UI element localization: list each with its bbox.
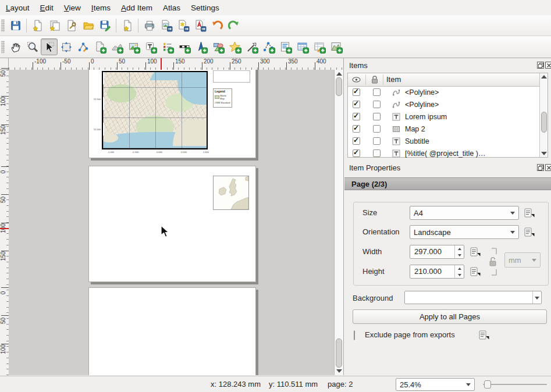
visibility-checkbox[interactable] <box>353 137 360 145</box>
item-row[interactable]: <Polyline> <box>348 98 539 111</box>
chevron-down-icon[interactable] <box>535 297 539 300</box>
item-row[interactable]: <Polyline> <box>348 86 539 98</box>
background-color-button[interactable] <box>404 291 542 304</box>
layout-canvas[interactable]: 51.500 51.000 -1.000 -0.500 0.000 0.500 … <box>9 70 334 375</box>
canvas-vertical-scrollbar[interactable] <box>334 70 343 375</box>
undo-button[interactable] <box>208 17 225 34</box>
zoom-slider-handle[interactable] <box>484 380 491 389</box>
lock-checkbox[interactable] <box>373 113 381 120</box>
toolbar-drag-handle[interactable] <box>1 19 5 32</box>
scroll-up-arrow[interactable] <box>336 72 342 76</box>
zoom-tool-button[interactable] <box>24 38 41 55</box>
canvas-scrollbar-segment[interactable] <box>336 338 342 368</box>
lock-checkbox[interactable] <box>373 101 381 108</box>
visibility-checkbox[interactable] <box>353 125 360 133</box>
add-scalebar-button[interactable] <box>176 38 193 55</box>
visibility-checkbox[interactable] <box>353 113 360 120</box>
lock-checkbox[interactable] <box>373 125 381 133</box>
layout-manager-button[interactable] <box>63 17 80 34</box>
add-attribute-table-button[interactable] <box>294 38 311 55</box>
visibility-checkbox[interactable] <box>353 101 360 108</box>
add-north-arrow-button[interactable] <box>193 38 209 55</box>
zoom-level-combo[interactable]: 25.4% <box>396 378 475 391</box>
item-row[interactable]: [%title( @project_title )… <box>348 147 539 159</box>
export-image-button[interactable] <box>158 17 175 34</box>
add-shape-button[interactable] <box>209 38 226 55</box>
duplicate-layout-button[interactable] <box>46 17 63 34</box>
add-elevation-profile-button[interactable] <box>328 38 344 55</box>
map-item-overview[interactable] <box>213 176 249 210</box>
save-project-button[interactable] <box>7 17 24 34</box>
menu-add-item[interactable]: Add Item <box>120 2 154 13</box>
add-picture-button[interactable] <box>125 38 142 55</box>
add-fixed-table-button[interactable] <box>311 38 328 55</box>
map-item-main[interactable] <box>102 71 208 149</box>
item-row[interactable]: Lorem ipsum <box>348 111 539 123</box>
export-pdf-button[interactable] <box>191 17 208 34</box>
pan-tool-button[interactable] <box>7 38 24 55</box>
menu-layout[interactable]: Layout <box>5 2 31 13</box>
add-arrow-button[interactable] <box>243 38 260 55</box>
items-panel-float-button[interactable] <box>537 62 544 69</box>
zoom-slider[interactable] <box>483 378 547 391</box>
height-data-defined-button[interactable] <box>468 265 483 278</box>
add-pages-button[interactable] <box>119 17 136 34</box>
zoom-slider-track[interactable] <box>483 384 547 385</box>
add-page-button[interactable] <box>91 38 108 55</box>
spin-buttons[interactable] <box>454 245 464 258</box>
item-properties-close-button[interactable] <box>545 164 551 171</box>
add-html-button[interactable] <box>277 38 294 55</box>
add-label-button[interactable] <box>142 38 159 55</box>
apply-to-all-pages-button[interactable]: Apply to all Pages <box>353 309 547 324</box>
width-data-defined-button[interactable] <box>468 245 483 258</box>
load-template-button[interactable] <box>80 17 97 34</box>
lock-checkbox[interactable] <box>373 149 381 157</box>
items-scrollbar-thumb[interactable] <box>541 112 547 133</box>
scroll-down-arrow[interactable] <box>336 369 342 373</box>
item-row[interactable]: Subtitle <box>348 135 539 147</box>
spin-buttons[interactable] <box>454 265 464 278</box>
legend-item[interactable]: Legend World Map OSM Standard <box>213 88 232 108</box>
exclude-data-defined-button[interactable] <box>477 329 492 341</box>
visibility-checkbox[interactable] <box>353 149 360 157</box>
menu-atlas[interactable]: Atlas <box>162 2 182 13</box>
item-row[interactable]: Map 2 <box>348 123 539 135</box>
add-node-item-button[interactable] <box>260 38 277 55</box>
orientation-data-defined-button[interactable] <box>522 226 537 238</box>
items-panel-close-button[interactable] <box>545 62 551 69</box>
menu-settings[interactable]: Settings <box>190 2 221 13</box>
add-marker-button[interactable] <box>226 38 243 55</box>
menu-view[interactable]: View <box>63 2 82 13</box>
toolbar-drag-handle[interactable] <box>1 41 5 54</box>
exclude-page-checkbox[interactable] <box>354 330 355 340</box>
item-properties-float-button[interactable] <box>537 164 544 171</box>
items-list-scrollbar[interactable] <box>539 73 548 157</box>
edit-nodes-button[interactable] <box>74 38 91 55</box>
layout-page-3[interactable] <box>88 287 256 375</box>
print-button[interactable] <box>141 17 158 34</box>
visibility-checkbox[interactable] <box>353 88 360 96</box>
empty-frame-item[interactable] <box>213 70 250 83</box>
scroll-up-arrow[interactable] <box>541 75 547 79</box>
new-layout-button[interactable] <box>29 17 46 34</box>
lock-checkbox[interactable] <box>373 88 381 96</box>
lock-checkbox[interactable] <box>373 137 381 145</box>
canvas-scrollbar-thumb[interactable] <box>336 77 342 96</box>
width-spinbox[interactable]: 297.000 <box>410 245 464 259</box>
move-content-button[interactable] <box>58 38 74 55</box>
size-data-defined-button[interactable] <box>522 206 537 219</box>
redo-button[interactable] <box>225 17 242 34</box>
height-spinbox[interactable]: 210.000 <box>410 265 464 279</box>
size-combo[interactable]: A4 <box>410 206 519 220</box>
menu-edit[interactable]: Edit <box>39 2 55 13</box>
scroll-down-arrow[interactable] <box>541 152 547 155</box>
orientation-combo[interactable]: Landscape <box>410 225 519 239</box>
select-move-item-button[interactable] <box>41 38 58 55</box>
unlock-icon[interactable] <box>488 256 497 268</box>
export-svg-button[interactable] <box>175 17 191 34</box>
add-3d-map-button[interactable] <box>108 38 125 55</box>
add-legend-button[interactable] <box>159 38 176 55</box>
label-item-icon <box>392 137 400 145</box>
save-as-template-button[interactable] <box>97 17 113 34</box>
menu-items[interactable]: Items <box>90 2 112 13</box>
